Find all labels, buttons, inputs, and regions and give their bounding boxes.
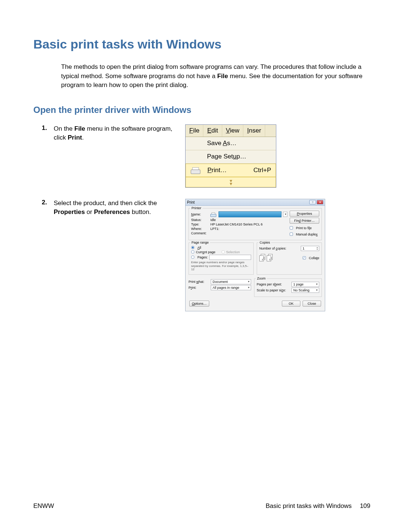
menu-expand[interactable]: ▾▾ [186,177,276,187]
step-2-pre: Select the product, and then click the [54,200,157,207]
print-what-label: Print what: [189,280,209,284]
intro-bold-file: File [217,73,228,80]
footer-right-text: Basic print tasks with Windows [266,502,351,510]
num-copies-input[interactable]: 1▲▼ [301,246,319,251]
where-value: LPT1: [210,227,219,231]
menu-item-save-as[interactable]: Save As… [186,137,276,150]
close-button[interactable]: ✕ [317,200,323,204]
radio-icon [191,255,194,259]
step-1-number: 1. [33,124,54,132]
radio-all[interactable]: All [191,246,251,250]
copies-group: Copies Number of copies: 1▲▼ 21 21 Colla… [257,242,322,275]
page-icon: 1 [259,255,264,261]
manual-duplex-checkbox[interactable]: Manual duplex [290,232,319,236]
pages-per-sheet-combo[interactable]: 1 page▼ [291,282,319,287]
print-what-combo[interactable]: Document▼ [211,279,251,284]
chevron-down-icon: ▼ [316,289,318,291]
page-footer: ENWW Basic print tasks with Windows 109 [33,502,370,510]
print-shortcut: Ctrl+P [253,167,271,174]
step-1-post: . [82,134,84,141]
intro-paragraph: The methods to open the print dialog fro… [61,63,370,90]
scale-to-paper-value: No Scaling [293,288,310,292]
pages-per-sheet-label: Pages per sheet: [257,282,290,286]
pages-per-sheet-value: 1 page [293,282,304,286]
status-value: Idle [210,218,216,222]
num-copies-label: Number of copies: [259,247,286,250]
print-range-label: Print: [189,286,209,290]
scale-to-paper-label: Scale to paper size: [257,288,290,292]
printer-legend: Printer [190,206,203,210]
print-to-file-checkbox[interactable]: Print to file [290,226,319,230]
radio-icon [191,246,194,249]
dialog-title: Print [187,200,195,204]
options-button[interactable]: Options… [189,301,209,307]
scale-to-paper-combo[interactable]: No Scaling▼ [291,288,319,293]
footer-left: ENWW [33,502,54,510]
page-icon: 1 [267,255,271,261]
type-label: Type: [191,222,209,226]
chevron-down-icon: ▼ [247,280,250,283]
chevron-down-icon: ▼ [247,286,250,289]
menu-insert[interactable]: Inser [243,125,265,137]
print-what-group: Print what:Document▼ Print:All pages in … [189,278,251,297]
spinner-arrows-icon: ▲▼ [316,247,318,250]
page-range-legend: Page range [190,241,210,244]
radio-icon [191,250,194,254]
page-heading: Basic print tasks with Windows [33,37,370,51]
step-1-text: On the File menu in the software program… [54,124,176,142]
printer-group: Printer Name: ▼ Status:Idle Type:HP Lase… [189,208,322,240]
name-label: Name: [191,213,209,216]
file-menu: File Edit View Inser Save As… Page Setup… [185,124,276,188]
small-printer-icon [210,212,216,217]
footer-page-number: 109 [360,502,370,510]
menu-edit[interactable]: Edit [203,125,222,137]
copies-legend: Copies [259,241,271,244]
step-1-pre: On the [54,125,74,132]
zoom-legend: Zoom [256,277,267,280]
close-dialog-button[interactable]: Close [303,301,321,307]
radio-selection: Selection [221,250,240,254]
radio-pages[interactable]: Pages: [191,255,251,260]
printer-name-combo[interactable] [219,211,281,217]
radio-icon [221,250,225,254]
step-2-bold1: Properties [54,208,85,215]
properties-button[interactable]: Properties [290,211,319,217]
step-2-row: 2. Select the product, and then click th… [33,199,370,311]
checkbox-icon [290,232,293,236]
print-range-value: All pages in range [213,286,239,290]
ok-button[interactable]: OK [282,301,300,307]
print-range-combo[interactable]: All pages in range▼ [211,285,251,290]
step-1-image: File Edit View Inser Save As… Page Setup… [185,124,370,188]
menu-bar: File Edit View Inser [186,125,276,137]
step-1-bold2: Print [68,134,82,141]
dialog-titlebar: Print ? ✕ [186,199,325,206]
menu-file[interactable]: File [186,125,203,137]
radio-current-page[interactable]: Current page [191,250,216,254]
chevron-down-icon: ▼ [284,213,287,215]
menu-view[interactable]: View [222,125,244,137]
step-2-number: 2. [33,199,54,206]
step-1-bold1: File [74,125,85,132]
status-label: Status: [191,218,209,222]
print-what-value: Document [213,280,228,284]
menu-item-print[interactable]: Print… Ctrl+P [186,164,276,177]
chevron-down-icon: ▼ [316,283,318,285]
step-1-row: 1. On the File menu in the software prog… [33,124,370,188]
type-value: HP LaserJet CM1410 Series PCL 6 [210,222,263,226]
step-2-post: button. [130,208,151,215]
help-button[interactable]: ? [309,200,316,204]
menu-item-page-setup[interactable]: Page Setup… [186,150,276,164]
step-2-image: Print ? ✕ Printer Name: [185,199,370,311]
find-printer-button[interactable]: Find Printer… [290,218,319,224]
checkbox-icon [290,226,293,230]
menu-file-rest: ile [193,127,199,134]
num-copies-value: 1 [303,247,304,250]
chevron-down-double-icon: ▾▾ [230,179,232,185]
collate-checkbox[interactable]: Collate [303,256,319,260]
printer-name-dropdown[interactable]: ▼ [283,212,287,217]
printer-icon [191,167,200,174]
pages-input[interactable] [209,255,251,260]
print-dialog: Print ? ✕ Printer Name: [185,199,325,311]
step-2-bold2: Preferences [94,208,130,215]
step-2-mid: or [85,208,94,215]
